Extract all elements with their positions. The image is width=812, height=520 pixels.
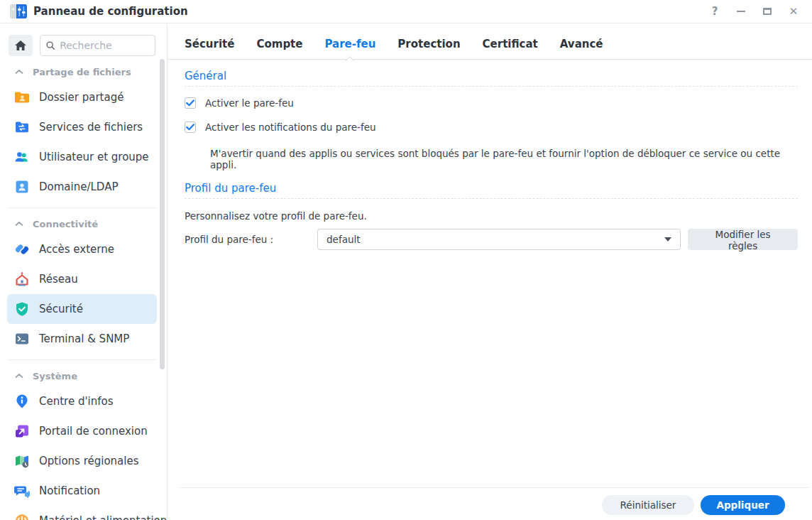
enable-firewall-label: Activer le pare-feu: [205, 97, 294, 109]
sidebar-item-label: Domaine/LDAP: [39, 180, 118, 193]
sidebar-scrollbar[interactable]: [160, 59, 165, 369]
chevron-up-icon: [15, 69, 23, 75]
sidebar-item-label: Centre d'infos: [39, 395, 114, 408]
sidebar-item-domain-ldap[interactable]: Domaine/LDAP: [7, 172, 157, 202]
firewall-profile-section-heading: Profil du pare-feu: [185, 182, 798, 199]
network-icon: [14, 271, 30, 287]
file-services-icon: [14, 119, 30, 135]
footer-buttons: Réinitialiser Appliquer: [602, 495, 785, 515]
sidebar-item-label: Notification: [39, 484, 100, 497]
sidebar-item-label: Dossier partagé: [39, 91, 124, 104]
sidebar: Partage de fichiers Dossier partagé Serv…: [0, 24, 168, 520]
firewall-notifications-help-text: M'avertir quand des applis ou services s…: [210, 148, 798, 161]
sidebar-item-label: Utilisateur et groupe: [39, 151, 149, 163]
close-icon[interactable]: ✕: [785, 3, 802, 20]
section-label: Connectivité: [33, 219, 98, 229]
external-access-icon: [14, 242, 30, 257]
sidebar-item-user-group[interactable]: Utilisateur et groupe: [7, 142, 157, 172]
tab-advanced[interactable]: Avancé: [560, 32, 603, 56]
sidebar-item-shared-folder[interactable]: Dossier partagé: [7, 82, 157, 112]
sidebar-item-notification[interactable]: Notification: [7, 476, 157, 506]
chevron-up-icon: [15, 221, 23, 227]
tab-firewall[interactable]: Pare-feu: [324, 32, 375, 56]
firewall-profile-field-row: Profil du pare-feu : default Modifier le…: [185, 229, 798, 250]
sidebar-item-label: Terminal & SNMP: [39, 332, 129, 345]
sidebar-divider: [7, 359, 157, 360]
sidebar-item-terminal-snmp[interactable]: Terminal & SNMP: [7, 324, 157, 354]
login-portal-icon: [14, 423, 30, 439]
sidebar-item-external-access[interactable]: Accès externe: [7, 234, 157, 264]
home-icon: [14, 40, 27, 51]
sidebar-item-hardware-power[interactable]: Matériel et alimentation: [7, 506, 157, 520]
firewall-profile-dropdown[interactable]: default: [317, 229, 681, 250]
sidebar-item-label: Options régionales: [39, 455, 139, 467]
maximize-icon[interactable]: [759, 3, 776, 20]
tab-protection[interactable]: Protection: [397, 32, 460, 56]
sidebar-item-security[interactable]: Sécurité: [7, 294, 157, 324]
control-panel-app-icon: [10, 4, 27, 18]
minimize-icon[interactable]: [733, 3, 750, 20]
tab-bar: Sécurité Compte Pare-feu Protection Cert…: [168, 24, 812, 60]
domain-ldap-icon: [14, 179, 30, 195]
chevron-up-icon: [15, 373, 23, 379]
enable-firewall-checkbox[interactable]: [185, 97, 196, 109]
enable-notifications-checkbox[interactable]: [185, 121, 196, 133]
footer-divider: [180, 487, 809, 488]
firewall-profile-description: Personnalisez votre profil de pare-feu.: [185, 210, 798, 222]
general-section-heading: Général: [185, 70, 798, 87]
sidebar-section-file-sharing[interactable]: Partage de fichiers: [0, 65, 167, 79]
sidebar-item-info-center[interactable]: Centre d'infos: [7, 386, 157, 416]
main-panel: Sécurité Compte Pare-feu Protection Cert…: [168, 24, 812, 520]
section-label: Système: [33, 371, 77, 381]
sidebar-item-label: Sécurité: [39, 303, 83, 315]
chevron-down-icon: [664, 237, 671, 242]
edit-rules-button[interactable]: Modifier les règles: [688, 229, 798, 250]
sidebar-section-system[interactable]: Système: [0, 369, 167, 383]
tab-security[interactable]: Sécurité: [185, 32, 234, 56]
help-icon[interactable]: ?: [706, 3, 723, 20]
regional-options-icon: [14, 453, 30, 469]
sidebar-item-login-portal[interactable]: Portail de connexion: [7, 416, 157, 446]
search-box[interactable]: [40, 35, 155, 56]
sidebar-item-label: Matériel et alimentation: [39, 514, 167, 520]
terminal-icon: [14, 331, 30, 347]
search-input[interactable]: [60, 40, 149, 51]
sidebar-section-connectivity[interactable]: Connectivité: [0, 217, 167, 231]
sidebar-item-file-services[interactable]: Services de fichiers: [7, 112, 157, 142]
sidebar-item-regional-options[interactable]: Options régionales: [7, 446, 157, 476]
firewall-profile-field-label: Profil du pare-feu :: [185, 234, 317, 245]
tab-account[interactable]: Compte: [256, 32, 302, 56]
sidebar-item-label: Accès externe: [39, 243, 114, 256]
security-shield-icon: [14, 301, 30, 317]
sidebar-item-network[interactable]: Réseau: [7, 264, 157, 294]
firewall-profile-dropdown-value: default: [327, 234, 361, 245]
sidebar-item-label: Services de fichiers: [39, 121, 143, 134]
window-title: Panneau de configuration: [33, 5, 188, 18]
sidebar-divider: [7, 207, 157, 208]
checkmark-icon: [186, 99, 194, 107]
enable-firewall-row: Activer le pare-feu: [185, 96, 798, 110]
title-bar: Panneau de configuration ? ✕: [0, 0, 812, 23]
sidebar-item-label: Réseau: [39, 273, 78, 286]
enable-notifications-row: Activer les notifications du pare-feu: [185, 120, 798, 134]
notification-icon: [14, 483, 30, 499]
user-group-icon: [14, 149, 30, 165]
tab-certificate[interactable]: Certificat: [483, 32, 538, 56]
home-button[interactable]: [9, 35, 33, 56]
info-center-icon: [14, 394, 30, 409]
active-tab-notch-icon: [346, 56, 355, 65]
enable-notifications-label: Activer les notifications du pare-feu: [205, 121, 376, 133]
search-icon: [46, 40, 55, 50]
section-label: Partage de fichiers: [33, 67, 131, 77]
reset-button[interactable]: Réinitialiser: [602, 495, 694, 515]
apply-button[interactable]: Appliquer: [701, 495, 785, 515]
sidebar-item-label: Portail de connexion: [39, 425, 148, 438]
shared-folder-icon: [14, 90, 30, 105]
hardware-power-icon: [14, 513, 30, 520]
checkmark-icon: [186, 124, 194, 131]
